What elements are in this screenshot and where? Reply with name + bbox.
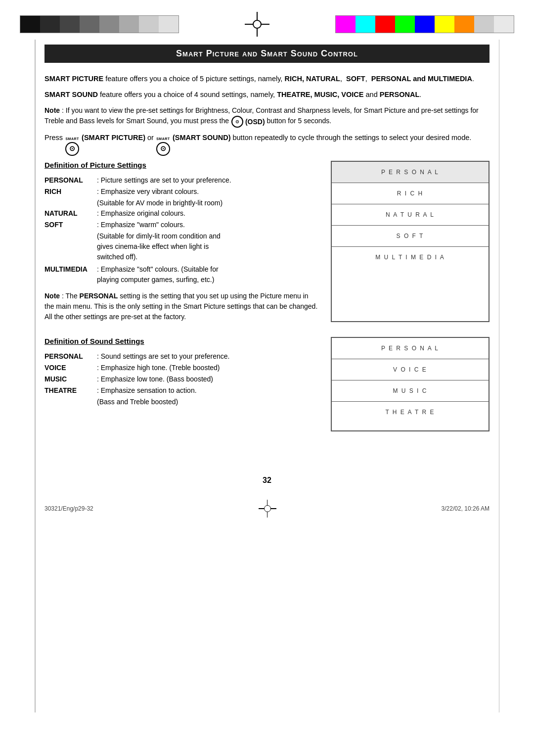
smart-sound-para: SMART SOUND feature offers you a choice … (44, 90, 490, 100)
sound-panel-theatre: T H E A T R E (332, 402, 489, 430)
smart-sound-modes: THEATRE, MUSIC, VOICE (277, 91, 363, 98)
title-banner: Smart Picture and Smart Sound Control (44, 45, 490, 63)
panel-soft: S O F T (332, 226, 489, 247)
picture-def-multimedia: MULTIMEDIA : Emphasize "soft" colours. (… (44, 264, 319, 285)
sound-panel: P E R S O N A L V O I C E M U S I C T H … (331, 337, 490, 431)
footer: 30321/Eng/p29-32 3/22/02, 10:26 AM (0, 495, 534, 522)
color-swatch (435, 16, 454, 33)
rich-desc: : Emphasize very vibrant colours. (97, 187, 319, 197)
theatre-term: THEATRE (44, 385, 94, 396)
natural-desc: : Emphasize original colours. (97, 208, 319, 219)
sound-panel-music: M U S I C (332, 380, 489, 402)
color-swatch (159, 16, 178, 33)
color-swatch (395, 16, 415, 33)
picture-note: Note : The PERSONAL setting is the setti… (44, 291, 319, 322)
page-title: Smart Picture and Smart Sound Control (176, 48, 358, 58)
rich-extra: (Suitable for AV mode in brightly-lit ro… (97, 198, 319, 208)
sound-personal-desc: : Sound settings are set to your prefere… (97, 351, 319, 362)
smart-sound-btn-label: SMART (156, 137, 170, 142)
panel-rich: R I C H (332, 183, 489, 204)
note-label: Note (44, 106, 60, 114)
sound-panel-voice: V O I C E (332, 359, 489, 380)
color-swatch (20, 16, 40, 33)
color-swatch (454, 16, 474, 33)
smart-picture-label: SMART PICTURE (44, 75, 103, 83)
picture-def-personal: PERSONAL : Picture settings are set to y… (44, 175, 319, 186)
smart-picture-para: SMART PICTURE feature offers you a choic… (44, 74, 490, 85)
main-content: Smart Picture and Smart Sound Control SM… (0, 40, 534, 466)
voice-term: VOICE (44, 363, 94, 373)
color-swatch (356, 16, 375, 33)
smart-picture-btn-text: (SMART PICTURE) (82, 133, 145, 143)
panel-personal: P E R S O N A L (332, 162, 489, 183)
color-swatch (40, 16, 60, 33)
rich-term: RICH (44, 187, 94, 197)
picture-def-natural: NATURAL : Emphasize original colours. (44, 208, 319, 219)
soft-extra: (Suitable for dimly-lit room condition a… (97, 231, 319, 262)
theatre-desc: : Emphasize sensation to action. (97, 385, 319, 396)
color-swatch (99, 16, 119, 33)
color-bar-right (335, 15, 514, 33)
smart-picture-btn[interactable]: ⊙ (65, 142, 79, 156)
sound-definition-section: Definition of Sound Settings PERSONAL : … (44, 337, 490, 431)
crosshair-bottom (259, 500, 276, 518)
personal-term: PERSONAL (44, 175, 94, 186)
color-swatch (119, 16, 139, 33)
multimedia-desc: : Emphasize "soft" colours. (Suitable fo… (97, 264, 319, 285)
smart-sound-btn[interactable]: ⊙ (156, 142, 170, 156)
margin-line-right (499, 40, 500, 712)
natural-term: NATURAL (44, 208, 94, 219)
color-swatch (494, 16, 514, 33)
osd-button-icon: ⊙ (231, 116, 243, 128)
press-text: Press (44, 133, 63, 143)
color-swatch (474, 16, 494, 33)
smart-sound-btn-text: (SMART SOUND) (173, 133, 231, 143)
sound-def-voice: VOICE : Emphasize high tone. (Treble boo… (44, 363, 319, 373)
smart-sound-label: SMART SOUND (44, 91, 98, 98)
color-swatch (139, 16, 159, 33)
picture-definition-text: Definition of Picture Settings PERSONAL … (44, 161, 319, 322)
panel-natural: N A T U R A L (332, 204, 489, 226)
color-swatch (336, 16, 356, 33)
crosshair-top (245, 12, 269, 37)
sound-definition-text: Definition of Sound Settings PERSONAL : … (44, 337, 319, 431)
sound-panel-personal: P E R S O N A L (332, 338, 489, 359)
picture-def-soft: SOFT : Emphasize "warm" colours. (44, 220, 319, 230)
soft-term: SOFT (44, 220, 94, 230)
margin-line-left (35, 40, 36, 712)
smart-picture-modes: RICH, NATURAL (284, 75, 340, 83)
picture-panel: P E R S O N A L R I C H N A T U R A L S … (331, 161, 490, 322)
soft-desc: : Emphasize "warm" colours. (97, 220, 319, 230)
footer-left: 30321/Eng/p29-32 (44, 505, 93, 512)
picture-def-table: PERSONAL : Picture settings are set to y… (44, 175, 319, 285)
theatre-extra: (Bass and Treble boosted) (97, 397, 319, 407)
sound-personal-term: PERSONAL (44, 351, 94, 362)
footer-right: 3/22/02, 10:26 AM (442, 505, 490, 512)
multimedia-term: MULTIMEDIA (44, 264, 94, 285)
page-number: 32 (263, 476, 271, 484)
page-number-area: 32 (0, 466, 534, 490)
color-swatch (415, 16, 435, 33)
sound-def-music: MUSIC : Emphasize low tone. (Bass booste… (44, 374, 319, 384)
personal-bold: PERSONAL (80, 292, 118, 300)
color-bar-left (20, 15, 179, 33)
picture-section-heading: Definition of Picture Settings (44, 161, 319, 169)
sound-def-personal: PERSONAL : Sound settings are set to you… (44, 351, 319, 362)
smart-picture-btn-label: SMART (65, 137, 79, 142)
picture-def-rich: RICH : Emphasize very vibrant colours. (44, 187, 319, 197)
color-swatch (80, 16, 99, 33)
note2-label: Note (44, 292, 60, 300)
personal-desc: : Picture settings are set to your prefe… (97, 175, 319, 186)
sound-def-theatre: THEATRE : Emphasize sensation to action. (44, 385, 319, 396)
top-bar (0, 0, 534, 40)
picture-definition-section: Definition of Picture Settings PERSONAL … (44, 161, 490, 322)
press-para: Press SMART ⊙ (SMART PICTURE) or SMART ⊙… (44, 133, 490, 156)
music-desc: : Emphasize low tone. (Bass boosted) (97, 374, 319, 384)
voice-desc: : Emphasize high tone. (Treble boosted) (97, 363, 319, 373)
color-swatch (60, 16, 80, 33)
sound-section-heading: Definition of Sound Settings (44, 337, 319, 345)
panel-multimedia: M U L T I M E D I A (332, 247, 489, 321)
sound-def-table: PERSONAL : Sound settings are set to you… (44, 351, 319, 407)
color-swatch (375, 16, 395, 33)
music-term: MUSIC (44, 374, 94, 384)
